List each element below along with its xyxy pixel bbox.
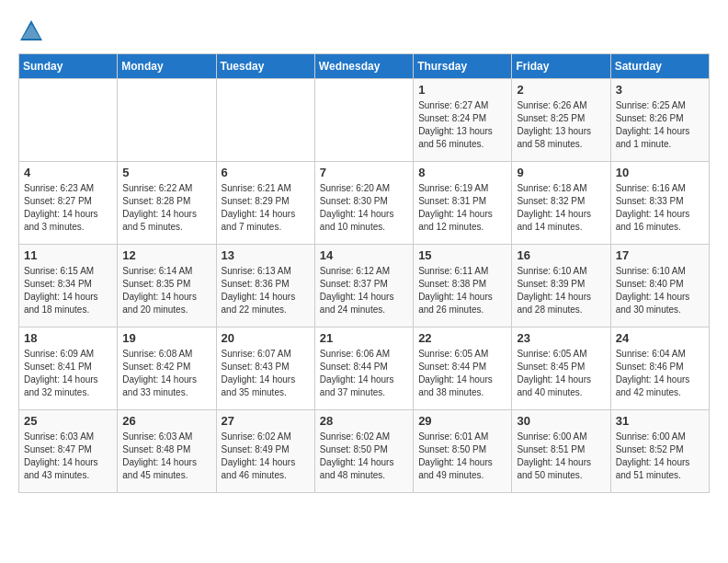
logo-icon	[18, 18, 44, 44]
day-number: 13	[222, 248, 310, 262]
week-row-0: 1Sunrise: 6:27 AM Sunset: 8:24 PM Daylig…	[19, 79, 710, 162]
day-info: Sunrise: 6:19 AM Sunset: 8:31 PM Dayligh…	[418, 182, 506, 234]
day-info: Sunrise: 6:15 AM Sunset: 8:34 PM Dayligh…	[24, 265, 112, 316]
day-number: 8	[418, 166, 506, 179]
week-row-3: 18Sunrise: 6:09 AM Sunset: 8:41 PM Dayli…	[19, 327, 710, 410]
calendar-cell: 20Sunrise: 6:07 AM Sunset: 8:43 PM Dayli…	[216, 327, 314, 410]
day-info: Sunrise: 6:01 AM Sunset: 8:50 PM Dayligh…	[418, 431, 506, 482]
day-number: 29	[418, 414, 506, 428]
calendar-cell: 25Sunrise: 6:03 AM Sunset: 8:47 PM Dayli…	[19, 410, 118, 493]
calendar-cell: 7Sunrise: 6:20 AM Sunset: 8:30 PM Daylig…	[314, 162, 413, 245]
calendar-cell: 23Sunrise: 6:05 AM Sunset: 8:45 PM Dayli…	[512, 327, 610, 410]
header-monday: Monday	[118, 54, 216, 79]
day-info: Sunrise: 6:10 AM Sunset: 8:40 PM Dayligh…	[616, 265, 704, 316]
day-info: Sunrise: 6:25 AM Sunset: 8:26 PM Dayligh…	[616, 99, 704, 151]
day-number: 4	[24, 166, 112, 179]
day-info: Sunrise: 6:07 AM Sunset: 8:43 PM Dayligh…	[222, 348, 310, 399]
calendar-cell: 18Sunrise: 6:09 AM Sunset: 8:41 PM Dayli…	[19, 327, 118, 410]
day-number: 10	[616, 166, 704, 179]
day-number: 5	[122, 166, 210, 179]
calendar-cell: 13Sunrise: 6:13 AM Sunset: 8:36 PM Dayli…	[216, 245, 314, 327]
calendar-cell: 24Sunrise: 6:04 AM Sunset: 8:46 PM Dayli…	[610, 327, 709, 410]
calendar-cell: 5Sunrise: 6:22 AM Sunset: 8:28 PM Daylig…	[118, 162, 216, 245]
calendar-cell: 31Sunrise: 6:00 AM Sunset: 8:52 PM Dayli…	[610, 410, 709, 493]
calendar-cell: 1Sunrise: 6:27 AM Sunset: 8:24 PM Daylig…	[414, 79, 512, 162]
calendar-cell: 26Sunrise: 6:03 AM Sunset: 8:48 PM Dayli…	[118, 410, 216, 493]
day-info: Sunrise: 6:03 AM Sunset: 8:47 PM Dayligh…	[24, 431, 112, 482]
day-info: Sunrise: 6:16 AM Sunset: 8:33 PM Dayligh…	[616, 182, 704, 234]
calendar-cell: 2Sunrise: 6:26 AM Sunset: 8:25 PM Daylig…	[512, 79, 610, 162]
week-row-1: 4Sunrise: 6:23 AM Sunset: 8:27 PM Daylig…	[19, 162, 710, 245]
day-number: 14	[320, 248, 408, 262]
calendar-cell: 8Sunrise: 6:19 AM Sunset: 8:31 PM Daylig…	[414, 162, 512, 245]
day-number: 31	[616, 414, 704, 428]
day-info: Sunrise: 6:04 AM Sunset: 8:46 PM Dayligh…	[616, 348, 704, 399]
day-info: Sunrise: 6:23 AM Sunset: 8:27 PM Dayligh…	[24, 182, 112, 234]
header-row: SundayMondayTuesdayWednesdayThursdayFrid…	[19, 54, 710, 79]
calendar-cell	[118, 79, 216, 162]
calendar-cell: 29Sunrise: 6:01 AM Sunset: 8:50 PM Dayli…	[414, 410, 512, 493]
calendar-table: SundayMondayTuesdayWednesdayThursdayFrid…	[18, 53, 710, 493]
calendar-cell: 22Sunrise: 6:05 AM Sunset: 8:44 PM Dayli…	[414, 327, 512, 410]
calendar-cell	[19, 79, 118, 162]
day-number: 3	[616, 83, 704, 97]
day-number: 1	[418, 83, 506, 97]
day-info: Sunrise: 6:02 AM Sunset: 8:49 PM Dayligh…	[222, 431, 310, 482]
day-number: 28	[320, 414, 408, 428]
day-number: 23	[517, 331, 605, 345]
day-info: Sunrise: 6:02 AM Sunset: 8:50 PM Dayligh…	[320, 431, 408, 482]
calendar-cell: 15Sunrise: 6:11 AM Sunset: 8:38 PM Dayli…	[414, 245, 512, 327]
calendar-cell: 3Sunrise: 6:25 AM Sunset: 8:26 PM Daylig…	[610, 79, 709, 162]
calendar-cell	[216, 79, 314, 162]
header-saturday: Saturday	[610, 54, 709, 79]
day-number: 12	[122, 248, 210, 262]
header-sunday: Sunday	[19, 54, 118, 79]
calendar-cell: 14Sunrise: 6:12 AM Sunset: 8:37 PM Dayli…	[314, 245, 413, 327]
day-number: 2	[517, 83, 605, 97]
day-number: 15	[418, 248, 506, 262]
day-info: Sunrise: 6:00 AM Sunset: 8:51 PM Dayligh…	[517, 431, 605, 482]
calendar-cell: 17Sunrise: 6:10 AM Sunset: 8:40 PM Dayli…	[610, 245, 709, 327]
day-info: Sunrise: 6:03 AM Sunset: 8:48 PM Dayligh…	[122, 431, 210, 482]
day-number: 21	[320, 331, 408, 345]
day-number: 26	[122, 414, 210, 428]
day-info: Sunrise: 6:20 AM Sunset: 8:30 PM Dayligh…	[320, 182, 408, 234]
logo	[18, 18, 48, 44]
day-info: Sunrise: 6:12 AM Sunset: 8:37 PM Dayligh…	[320, 265, 408, 316]
calendar-cell: 4Sunrise: 6:23 AM Sunset: 8:27 PM Daylig…	[19, 162, 118, 245]
week-row-2: 11Sunrise: 6:15 AM Sunset: 8:34 PM Dayli…	[19, 245, 710, 327]
day-number: 16	[517, 248, 605, 262]
header-wednesday: Wednesday	[314, 54, 413, 79]
calendar-cell: 28Sunrise: 6:02 AM Sunset: 8:50 PM Dayli…	[314, 410, 413, 493]
day-number: 25	[24, 414, 112, 428]
day-info: Sunrise: 6:27 AM Sunset: 8:24 PM Dayligh…	[418, 99, 506, 151]
day-number: 7	[320, 166, 408, 179]
day-number: 20	[222, 331, 310, 345]
day-info: Sunrise: 6:26 AM Sunset: 8:25 PM Dayligh…	[517, 99, 605, 151]
day-number: 17	[616, 248, 704, 262]
day-number: 24	[616, 331, 704, 345]
calendar-cell: 16Sunrise: 6:10 AM Sunset: 8:39 PM Dayli…	[512, 245, 610, 327]
day-info: Sunrise: 6:11 AM Sunset: 8:38 PM Dayligh…	[418, 265, 506, 316]
calendar-cell: 11Sunrise: 6:15 AM Sunset: 8:34 PM Dayli…	[19, 245, 118, 327]
calendar-cell: 21Sunrise: 6:06 AM Sunset: 8:44 PM Dayli…	[314, 327, 413, 410]
day-number: 19	[122, 331, 210, 345]
svg-marker-1	[22, 24, 40, 39]
calendar-cell: 6Sunrise: 6:21 AM Sunset: 8:29 PM Daylig…	[216, 162, 314, 245]
calendar-cell: 10Sunrise: 6:16 AM Sunset: 8:33 PM Dayli…	[610, 162, 709, 245]
calendar-cell: 12Sunrise: 6:14 AM Sunset: 8:35 PM Dayli…	[118, 245, 216, 327]
page-header	[18, 18, 710, 44]
day-number: 22	[418, 331, 506, 345]
day-number: 30	[517, 414, 605, 428]
header-friday: Friday	[512, 54, 610, 79]
day-info: Sunrise: 6:10 AM Sunset: 8:39 PM Dayligh…	[517, 265, 605, 316]
day-info: Sunrise: 6:14 AM Sunset: 8:35 PM Dayligh…	[122, 265, 210, 316]
calendar-cell: 30Sunrise: 6:00 AM Sunset: 8:51 PM Dayli…	[512, 410, 610, 493]
calendar-cell: 9Sunrise: 6:18 AM Sunset: 8:32 PM Daylig…	[512, 162, 610, 245]
day-number: 11	[24, 248, 112, 262]
day-info: Sunrise: 6:09 AM Sunset: 8:41 PM Dayligh…	[24, 348, 112, 399]
day-info: Sunrise: 6:13 AM Sunset: 8:36 PM Dayligh…	[222, 265, 310, 316]
calendar-cell: 27Sunrise: 6:02 AM Sunset: 8:49 PM Dayli…	[216, 410, 314, 493]
day-number: 9	[517, 166, 605, 179]
week-row-4: 25Sunrise: 6:03 AM Sunset: 8:47 PM Dayli…	[19, 410, 710, 493]
